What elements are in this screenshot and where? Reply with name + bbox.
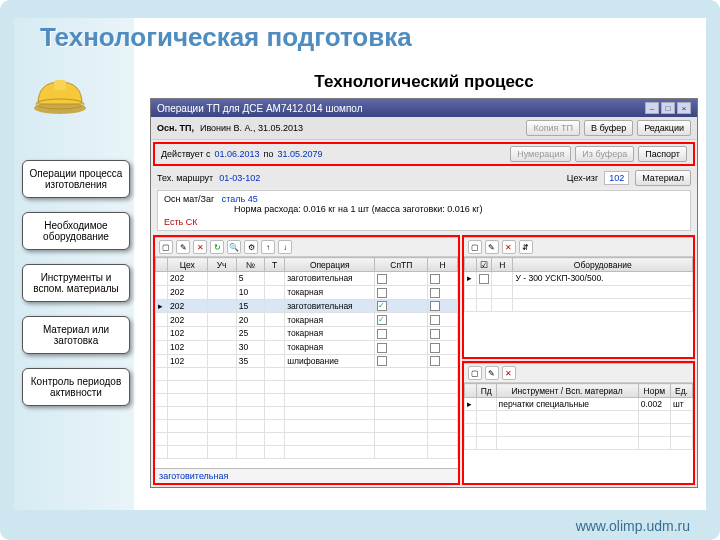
- valid-to: 31.05.2079: [278, 149, 323, 159]
- shop-label: Цех-изг: [567, 173, 598, 183]
- up-icon[interactable]: ↑: [261, 240, 275, 254]
- table-row: [156, 394, 458, 407]
- refresh-icon[interactable]: ↻: [210, 240, 224, 254]
- col-uch[interactable]: Уч: [207, 258, 236, 272]
- slide-title: Технологическая подготовка: [40, 22, 412, 53]
- window-title: Операции ТП для ДСЕ АМ7412.014 шомпол: [157, 103, 362, 114]
- table-row[interactable]: 10230токарная: [156, 340, 458, 354]
- route-value: 01-03-102: [219, 173, 260, 183]
- table-row: [464, 298, 692, 311]
- table-row: [464, 411, 692, 424]
- down-icon[interactable]: ↓: [278, 240, 292, 254]
- table-row: [464, 424, 692, 437]
- route-label: Тех. маршрут: [157, 173, 213, 183]
- tl-toolbar: ▢ ✎ ✕: [464, 363, 693, 383]
- equipment-table[interactable]: ☑ Н Оборудование ▸У - 300 УСКП-300/500.: [464, 257, 693, 312]
- validity-row: Действует с 01.06.2013 по 31.05.2079 Нум…: [153, 142, 695, 166]
- content: Технологический процесс Операции ТП для …: [150, 72, 698, 500]
- table-row[interactable]: ▸20215заготовительная: [156, 299, 458, 313]
- author-value: Ивонин В. А., 31.05.2013: [200, 123, 303, 133]
- col-sptp[interactable]: СпТП: [375, 258, 428, 272]
- equipment-pane: ▢ ✎ ✕ ⇵ ☑ Н Оборудование ▸У - 300 УСКП-3…: [462, 235, 695, 359]
- operations-pane: ▢ ✎ ✕ ↻ 🔍 ⚙ ↑ ↓ Цех Уч № Т: [153, 235, 460, 485]
- tl-col-norm[interactable]: Норм: [638, 384, 670, 398]
- nav-operations[interactable]: Операции процесса изготовления: [22, 160, 130, 198]
- to-buffer-button[interactable]: В буфер: [584, 120, 633, 136]
- sk-flag: Есть СК: [164, 217, 684, 227]
- eq-col-name[interactable]: Оборудование: [513, 258, 693, 272]
- editions-button[interactable]: Редакции: [637, 120, 691, 136]
- eq-edit-icon[interactable]: ✎: [485, 240, 499, 254]
- valid-from: 01.06.2013: [215, 149, 260, 159]
- table-row[interactable]: 10225токарная: [156, 327, 458, 341]
- norm-text: Норма расхода: 0.016 кг на 1 шт (масса з…: [234, 204, 684, 214]
- tl-col-name[interactable]: Инструмент / Всп. материал: [496, 384, 638, 398]
- tl-edit-icon[interactable]: ✎: [485, 366, 499, 380]
- valid-from-label: Действует с: [161, 149, 211, 159]
- nav-activity[interactable]: Контроль периодов активности: [22, 368, 130, 406]
- table-row: [156, 381, 458, 394]
- col-op[interactable]: Операция: [285, 258, 375, 272]
- nav-equipment[interactable]: Необходимое оборудование: [22, 212, 130, 250]
- app-window: Операции ТП для ДСЕ АМ7412.014 шомпол – …: [150, 98, 698, 488]
- col-no[interactable]: №: [236, 258, 264, 272]
- col-t[interactable]: Т: [265, 258, 285, 272]
- col-n[interactable]: Н: [428, 258, 458, 272]
- operations-table[interactable]: Цех Уч № Т Операция СпТП Н 2025заготовит…: [155, 257, 458, 459]
- tl-del-icon[interactable]: ✕: [502, 366, 516, 380]
- side-nav: Операции процесса изготовления Необходим…: [22, 160, 130, 420]
- search-icon[interactable]: 🔍: [227, 240, 241, 254]
- edit-icon[interactable]: ✎: [176, 240, 190, 254]
- svg-rect-1: [54, 80, 66, 90]
- tl-new-icon[interactable]: ▢: [468, 366, 482, 380]
- table-row: [156, 446, 458, 459]
- table-row: [156, 407, 458, 420]
- table-row: [156, 420, 458, 433]
- eq-toolbar: ▢ ✎ ✕ ⇵: [464, 237, 693, 257]
- col-shop[interactable]: Цех: [168, 258, 208, 272]
- mat-label: Осн мат/Заг: [164, 194, 214, 204]
- eq-del-icon[interactable]: ✕: [502, 240, 516, 254]
- author-label: Осн. ТП,: [157, 123, 194, 133]
- table-row[interactable]: 20210токарная: [156, 285, 458, 299]
- passport-button[interactable]: Паспорт: [638, 146, 687, 162]
- table-row[interactable]: 20220токарная: [156, 313, 458, 327]
- tl-col-unit[interactable]: Ед.: [670, 384, 692, 398]
- eq-col-h[interactable]: Н: [491, 258, 513, 272]
- table-row: [464, 285, 692, 298]
- eq-tree-icon[interactable]: ⇵: [519, 240, 533, 254]
- site-url: www.olimp.udm.ru: [576, 518, 690, 534]
- close-button[interactable]: ×: [677, 102, 691, 114]
- numbering-button[interactable]: Нумерация: [510, 146, 571, 162]
- material-button[interactable]: Материал: [635, 170, 691, 186]
- eq-new-icon[interactable]: ▢: [468, 240, 482, 254]
- material-info: Осн мат/Заг сталь 45 Норма расхода: 0.01…: [157, 190, 691, 231]
- copy-tp-button[interactable]: Копия ТП: [526, 120, 580, 136]
- tools-table[interactable]: Пд Инструмент / Всп. материал Норм Ед. ▸…: [464, 383, 693, 450]
- max-button[interactable]: □: [661, 102, 675, 114]
- header-row-1: Осн. ТП, Ивонин В. А., 31.05.2013 Копия …: [151, 117, 697, 140]
- valid-to-label: по: [264, 149, 274, 159]
- tools-pane: ▢ ✎ ✕ Пд Инструмент / Всп. материал Норм…: [462, 361, 695, 485]
- route-row: Тех. маршрут 01-03-102 Цех-изг 102 Матер…: [151, 168, 697, 188]
- helmet-icon: [30, 72, 90, 116]
- filter-icon[interactable]: ⚙: [244, 240, 258, 254]
- ops-footer: заготовительная: [155, 468, 458, 483]
- from-buffer-button[interactable]: Из буфера: [575, 146, 634, 162]
- table-row: [464, 437, 692, 450]
- tl-col-pd[interactable]: Пд: [476, 384, 496, 398]
- nav-tools[interactable]: Инструменты и вспом. материалы: [22, 264, 130, 302]
- new-icon[interactable]: ▢: [159, 240, 173, 254]
- nav-material[interactable]: Материал или заготовка: [22, 316, 130, 354]
- table-row[interactable]: 2025заготовительная: [156, 272, 458, 286]
- shop-value: 102: [604, 171, 629, 185]
- titlebar: Операции ТП для ДСЕ АМ7412.014 шомпол – …: [151, 99, 697, 117]
- table-row[interactable]: 10235шлифование: [156, 354, 458, 368]
- table-row[interactable]: ▸У - 300 УСКП-300/500.: [464, 272, 692, 286]
- table-row[interactable]: ▸перчатки специальные0.002шт: [464, 398, 692, 411]
- ops-toolbar: ▢ ✎ ✕ ↻ 🔍 ⚙ ↑ ↓: [155, 237, 458, 257]
- delete-icon[interactable]: ✕: [193, 240, 207, 254]
- mat-value: сталь 45: [222, 194, 258, 204]
- min-button[interactable]: –: [645, 102, 659, 114]
- table-row: [156, 368, 458, 381]
